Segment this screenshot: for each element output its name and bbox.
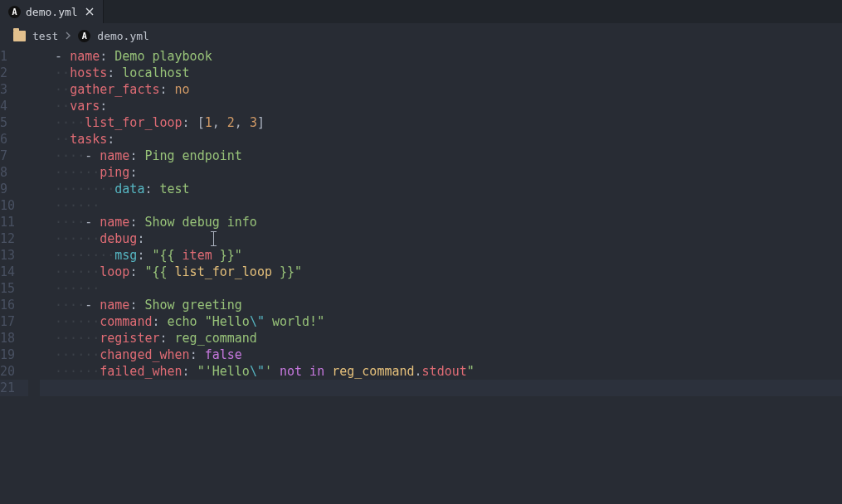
code-line[interactable]: [40, 380, 842, 396]
close-icon[interactable]: [83, 5, 96, 18]
code-editor[interactable]: 123456789101112131415161718192021 - name…: [0, 48, 842, 396]
token-sep: :: [129, 214, 144, 230]
code-line[interactable]: ··vars:: [40, 98, 842, 114]
code-line[interactable]: ······: [40, 280, 842, 297]
token-keyspc: data: [114, 181, 144, 197]
token-sep: :: [107, 65, 122, 81]
code-line[interactable]: ······register: reg_command: [40, 330, 842, 346]
code-line[interactable]: ··tasks:: [40, 131, 842, 148]
token-key: hosts: [70, 65, 107, 81]
line-number: 10: [0, 197, 28, 214]
code-line[interactable]: ··gather_facts: no: [40, 81, 842, 98]
token-ws: ······: [55, 313, 100, 330]
token-key: register: [100, 330, 159, 346]
token-const: no: [175, 81, 190, 98]
token-str: test: [160, 181, 190, 197]
token-keywd: false: [205, 346, 242, 363]
folder-icon: [13, 31, 26, 41]
token-str: "'Hello: [197, 363, 250, 380]
code-line[interactable]: ··hosts: localhost: [40, 65, 842, 81]
token-ws: ······: [55, 346, 100, 363]
token-str: Ping endpoint: [144, 148, 241, 164]
token-key: vars: [70, 98, 100, 114]
token-key: name: [70, 48, 100, 65]
code-line[interactable]: - name: Demo playbook: [40, 48, 842, 65]
token-dash: -: [55, 48, 70, 65]
token-ws: ··: [55, 65, 70, 81]
token-sep: :: [107, 131, 114, 148]
code-line[interactable]: ······debug:: [40, 230, 842, 247]
line-number: 3: [0, 81, 28, 98]
code-line[interactable]: ········data: test: [40, 181, 842, 197]
token-ws: ······: [55, 363, 100, 380]
token-sep: :: [137, 247, 152, 264]
token-ws: ····: [55, 114, 85, 131]
line-number: 11: [0, 214, 28, 230]
token-sep: :: [190, 346, 205, 363]
token-sep: :: [144, 181, 159, 197]
token-key: ping: [100, 164, 129, 181]
chevron-right-icon: [65, 30, 71, 42]
tab-bar: A demo.yml: [0, 0, 842, 23]
token-ws: ······: [55, 280, 100, 297]
code-line[interactable]: ······ping:: [40, 164, 842, 181]
token-str: Show debug info: [144, 214, 256, 230]
token-sep: :: [129, 148, 144, 164]
code-line[interactable]: ····- name: Ping endpoint: [40, 148, 842, 164]
token-plain: .: [415, 363, 422, 380]
line-number: 18: [0, 330, 28, 346]
code-line[interactable]: ····- name: Show debug info: [40, 214, 842, 230]
token-key: tasks: [70, 131, 107, 148]
token-ws: ······: [55, 330, 100, 346]
token-str: }}": [212, 247, 242, 264]
token-ident: list_for_loop: [175, 264, 272, 280]
code-line[interactable]: ····list_for_loop: [1, 2, 3]: [40, 114, 842, 131]
token-dash: -: [85, 214, 100, 230]
line-number: 14: [0, 264, 28, 280]
token-str: reg_command: [175, 330, 257, 346]
tab-filename: demo.yml: [26, 6, 78, 18]
breadcrumb-folder[interactable]: test: [32, 30, 58, 42]
line-number: 8: [0, 164, 28, 181]
line-number: 5: [0, 114, 28, 131]
token-str: }}": [272, 264, 302, 280]
token-key: name: [100, 297, 129, 313]
code-line[interactable]: ······: [40, 197, 842, 214]
token-key: list_for_loop: [85, 114, 182, 131]
code-line[interactable]: ······changed_when: false: [40, 346, 842, 363]
token-key: changed_when: [100, 346, 189, 363]
token-ws: ······: [55, 264, 100, 280]
breadcrumb-file[interactable]: demo.yml: [97, 30, 149, 42]
token-ws: ····: [55, 297, 85, 313]
token-sep: :: [100, 98, 107, 114]
token-dash: -: [85, 148, 100, 164]
token-var: item: [183, 247, 212, 264]
token-ws: ··: [55, 131, 70, 148]
token-ws: ····: [55, 214, 85, 230]
token-ws: ······: [55, 164, 100, 181]
code-line[interactable]: ····- name: Show greeting: [40, 297, 842, 313]
token-dash: -: [85, 297, 100, 313]
token-sep: :: [100, 48, 114, 65]
code-area[interactable]: - name: Demo playbook ··hosts: localhost…: [40, 48, 842, 396]
token-key: debug: [100, 230, 137, 247]
token-ws: ······: [55, 230, 100, 247]
line-number: 6: [0, 131, 28, 148]
line-number: 15: [0, 280, 28, 297]
editor-tab[interactable]: A demo.yml: [0, 0, 104, 23]
code-line[interactable]: ······loop: "{{ list_for_loop }}": [40, 264, 842, 280]
line-number: 2: [0, 65, 28, 81]
line-number-gutter: 123456789101112131415161718192021: [0, 48, 40, 396]
code-line[interactable]: ········msg: "{{ item }}": [40, 247, 842, 264]
token-sep: ]: [257, 114, 265, 131]
token-str: Demo playbook: [114, 48, 212, 65]
token-str: "{{: [144, 264, 174, 280]
token-num: 2: [227, 114, 235, 131]
code-line[interactable]: ······command: echo "Hello\" world!": [40, 313, 842, 330]
token-var: stdout: [422, 363, 467, 380]
code-line[interactable]: ······failed_when: "'Hello\"' not in reg…: [40, 363, 842, 380]
line-number: 20: [0, 363, 28, 380]
token-ident: reg_command: [332, 363, 414, 380]
token-ws: ········: [55, 181, 114, 197]
token-key: command: [100, 313, 152, 330]
